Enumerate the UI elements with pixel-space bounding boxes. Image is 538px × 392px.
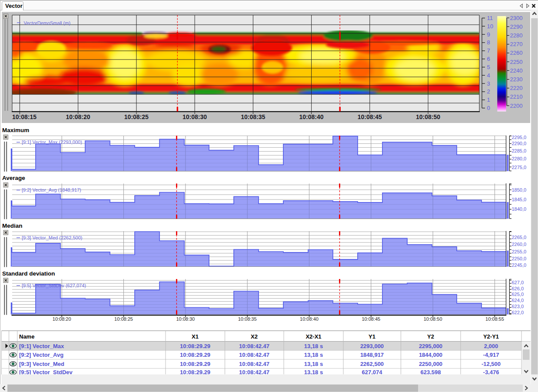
svg-text:X1: X1 xyxy=(192,333,199,340)
svg-text:10:08:50: 10:08:50 xyxy=(416,113,440,120)
svg-text:[9:5] Vector_StdDev (627,074): [9:5] Vector_StdDev (627,074) xyxy=(22,283,86,288)
svg-text:9: 9 xyxy=(487,31,490,38)
svg-text:10: 10 xyxy=(487,23,493,30)
svg-text:627,0: 627,0 xyxy=(512,280,524,285)
svg-text:2295,000: 2295,000 xyxy=(419,343,442,349)
svg-text:X2: X2 xyxy=(251,333,258,340)
svg-text:2210: 2210 xyxy=(510,93,523,100)
svg-text:7: 7 xyxy=(487,47,490,54)
svg-text:10:08:42.47: 10:08:42.47 xyxy=(239,361,269,367)
svg-text:2293,000: 2293,000 xyxy=(360,343,384,349)
svg-text:5: 5 xyxy=(487,64,490,70)
svg-text:10:08:42.47: 10:08:42.47 xyxy=(239,352,269,358)
svg-text:10:08:29.29: 10:08:29.29 xyxy=(180,352,210,358)
svg-text:10:08:25: 10:08:25 xyxy=(124,113,149,120)
svg-text:623,0: 623,0 xyxy=(512,304,524,309)
svg-text:2280,0: 2280,0 xyxy=(512,156,527,161)
svg-text:1850,0: 1850,0 xyxy=(512,187,527,193)
svg-text:2220: 2220 xyxy=(510,85,523,91)
svg-text:2240: 2240 xyxy=(510,67,523,74)
svg-text:10:08:45: 10:08:45 xyxy=(362,316,380,322)
svg-text:1848,917: 1848,917 xyxy=(360,352,384,358)
svg-text:2250: 2250 xyxy=(510,59,523,65)
svg-text:10:08:29.29: 10:08:29.29 xyxy=(180,361,210,367)
svg-text:[9:2] Vector_Avg (1848,917): [9:2] Vector_Avg (1848,917) xyxy=(22,187,81,193)
svg-text:[9:1] Vector_Max: [9:1] Vector_Max xyxy=(19,343,64,349)
svg-text:10:08:40: 10:08:40 xyxy=(300,316,319,322)
svg-text:[9:3] Vector_Med: [9:3] Vector_Med xyxy=(19,361,64,367)
svg-text:2245,0: 2245,0 xyxy=(512,262,527,268)
svg-text:6: 6 xyxy=(487,56,490,62)
svg-text:2300: 2300 xyxy=(510,15,523,21)
svg-text:1844,000: 1844,000 xyxy=(419,352,442,358)
svg-text:624,0: 624,0 xyxy=(512,298,524,303)
svg-text:Y2-Y1: Y2-Y1 xyxy=(483,333,499,340)
svg-text:2275,0: 2275,0 xyxy=(512,165,527,170)
svg-text:Standard deviation: Standard deviation xyxy=(2,270,55,277)
svg-text:Maximum: Maximum xyxy=(2,127,29,133)
svg-text:10:08:20: 10:08:20 xyxy=(53,316,71,322)
svg-text:2270: 2270 xyxy=(510,41,523,47)
svg-text:10:08:30: 10:08:30 xyxy=(176,316,195,322)
svg-text:2262,500: 2262,500 xyxy=(360,361,384,367)
svg-text:2255,0: 2255,0 xyxy=(512,249,527,254)
svg-text:626,0: 626,0 xyxy=(512,286,524,291)
svg-text:10:08:50: 10:08:50 xyxy=(424,316,442,322)
svg-text:2295,0: 2295,0 xyxy=(512,135,527,140)
svg-text:Y2: Y2 xyxy=(427,333,434,340)
svg-text:10:08:30: 10:08:30 xyxy=(183,113,207,120)
svg-text:10:08:20: 10:08:20 xyxy=(66,113,90,120)
svg-text:10:08:15: 10:08:15 xyxy=(12,113,37,120)
svg-text:-4,917: -4,917 xyxy=(483,352,499,358)
svg-text:2,000: 2,000 xyxy=(484,343,498,349)
svg-text:622,0: 622,0 xyxy=(512,310,524,315)
svg-text:3: 3 xyxy=(487,80,490,87)
svg-text:11: 11 xyxy=(487,15,493,21)
svg-text:10:08:29.29: 10:08:29.29 xyxy=(180,343,210,349)
svg-text:Vector: Vector xyxy=(5,3,23,9)
svg-text:2260: 2260 xyxy=(510,50,523,56)
svg-text:-12,500: -12,500 xyxy=(482,361,501,367)
svg-text:2250,0: 2250,0 xyxy=(512,256,527,261)
svg-text:[9:2] Vector_Avg: [9:2] Vector_Avg xyxy=(19,352,63,358)
svg-text:2290,0: 2290,0 xyxy=(512,141,527,146)
svg-text:Median: Median xyxy=(2,223,23,229)
svg-text:Name: Name xyxy=(19,333,34,340)
svg-text:1845,0: 1845,0 xyxy=(512,197,527,202)
svg-text:10:08:55: 10:08:55 xyxy=(485,316,504,322)
svg-text:10:08:40: 10:08:40 xyxy=(299,113,324,120)
svg-text:0: 0 xyxy=(487,105,490,111)
svg-text:2200: 2200 xyxy=(510,103,523,109)
svg-text:[9:3] Vector_Med (2262,500): [9:3] Vector_Med (2262,500) xyxy=(22,235,82,240)
svg-text:2285,0: 2285,0 xyxy=(512,148,527,153)
svg-text:[9:1] Vector_Max (2293,000): [9:1] Vector_Max (2293,000) xyxy=(22,140,82,145)
svg-text:1: 1 xyxy=(487,96,490,103)
svg-text:2260,0: 2260,0 xyxy=(512,242,527,247)
svg-text:X2-X1: X2-X1 xyxy=(306,333,321,340)
svg-text:10:08:35: 10:08:35 xyxy=(238,316,257,322)
svg-text:625,0: 625,0 xyxy=(512,292,524,297)
svg-text:1840,0: 1840,0 xyxy=(512,206,527,212)
svg-text:8: 8 xyxy=(487,39,490,46)
svg-text:2: 2 xyxy=(487,88,490,95)
svg-text:10:08:42.47: 10:08:42.47 xyxy=(239,343,269,349)
svg-text:VectorDemoSmall (m): VectorDemoSmall (m) xyxy=(24,20,71,26)
svg-text:10:08:45: 10:08:45 xyxy=(358,113,382,120)
svg-text:13,18 s: 13,18 s xyxy=(304,361,323,367)
svg-text:2265,0: 2265,0 xyxy=(512,235,527,240)
svg-text:2230: 2230 xyxy=(510,76,523,83)
svg-text:2280: 2280 xyxy=(510,32,523,39)
svg-text:10:08:35: 10:08:35 xyxy=(241,113,265,120)
svg-text:Average: Average xyxy=(2,175,25,181)
svg-text:4: 4 xyxy=(487,72,490,79)
svg-text:Y1: Y1 xyxy=(369,333,375,340)
svg-text:2250,000: 2250,000 xyxy=(419,361,442,367)
svg-text:13,18 s: 13,18 s xyxy=(304,352,323,358)
svg-text:10:08:25: 10:08:25 xyxy=(114,316,133,322)
svg-text:2290: 2290 xyxy=(510,23,523,30)
svg-text:13,18 s: 13,18 s xyxy=(304,343,323,349)
